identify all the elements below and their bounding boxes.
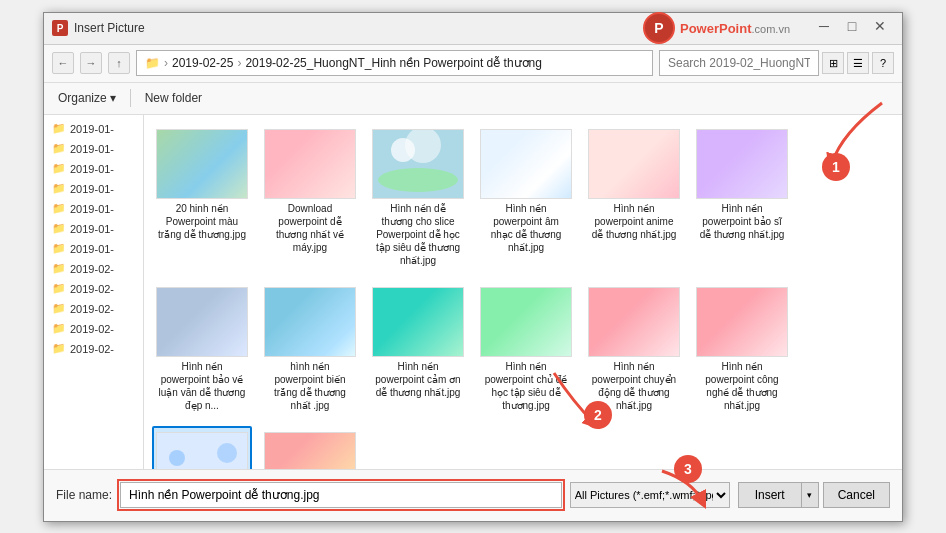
file-thumb-7 [264,287,356,357]
folder-icon-11: 📁 [52,342,66,355]
search-input[interactable] [659,50,819,76]
file-name-3: Hình nền powerpoint âm nhạc dễ thương nh… [482,202,570,254]
file-item-0[interactable]: 20 hinh nền Powerpoint màu trắng dễ thươ… [152,123,252,273]
insert-picture-dialog: P Insert Picture P PowerPoint.com.vn ─ □… [43,12,903,522]
file-name-4: Hình nền powerpoint anime dễ thương nhất… [590,202,678,241]
folder-icon-2: 📁 [52,162,66,175]
title-bar: P Insert Picture P PowerPoint.com.vn ─ □… [44,13,902,45]
sidebar-item-7[interactable]: 📁 2019-02- [44,259,143,279]
view-grid-button[interactable]: ⊞ [822,52,844,74]
folder-icon-1: 📁 [52,142,66,155]
title-bar-left: P Insert Picture [52,20,145,36]
file-item-11[interactable]: Hình nền powerpoint công nghề dễ thương … [692,281,792,418]
file-thumb-6 [156,287,248,357]
title-controls: P PowerPoint.com.vn ─ □ ✕ [643,12,894,44]
file-thumb-11 [696,287,788,357]
file-thumb-5 [696,129,788,199]
insert-dropdown-button[interactable]: ▾ [801,482,819,508]
file-name-7: hình nền powerpoint biến trắng dễ thương… [266,360,354,412]
file-item-1[interactable]: Download powerpoint dễ thương nhất về má… [260,123,360,273]
file-name-6: Hình nền powerpoint bảo về luận văn dễ t… [158,360,246,412]
file-name-9: Hình nền powerpoint chủ đề học tập siêu … [482,360,570,412]
file-item-6[interactable]: Hình nền powerpoint bảo về luận văn dễ t… [152,281,252,418]
sidebar-item-9[interactable]: 📁 2019-02- [44,299,143,319]
folder-icon-5: 📁 [52,222,66,235]
file-name-label: File name: [56,488,112,502]
file-thumb-12 [156,432,248,469]
sidebar-item-0[interactable]: 📁 2019-01- [44,119,143,139]
sidebar-item-4[interactable]: 📁 2019-01- [44,199,143,219]
sidebar: 📁 2019-01- 📁 2019-01- 📁 2019-01- 📁 2019-… [44,115,144,469]
insert-button[interactable]: Insert [738,482,801,508]
breadcrumb-part2: 2019-02-25_HuongNT_Hinh nền Powerpoint d… [245,56,542,70]
organize-label: Organize [58,91,107,105]
file-name-0: 20 hinh nền Powerpoint màu trắng dễ thươ… [158,202,246,241]
file-item-7[interactable]: hình nền powerpoint biến trắng dễ thương… [260,281,360,418]
main-area: 📁 2019-01- 📁 2019-01- 📁 2019-01- 📁 2019-… [44,115,902,469]
folder-icon-6: 📁 [52,242,66,255]
action-buttons: Insert ▾ Cancel [738,482,890,508]
file-item-3[interactable]: Hình nền powerpoint âm nhạc dễ thương nh… [476,123,576,273]
view-controls: ⊞ ☰ ? [659,50,894,76]
dialog-title: Insert Picture [74,21,145,35]
up-button[interactable]: ↑ [108,52,130,74]
sidebar-item-2[interactable]: 📁 2019-01- [44,159,143,179]
folder-icon-8: 📁 [52,282,66,295]
file-type-select[interactable]: All Pictures (*.emf;*.wmf;*.jpg;* [570,482,730,508]
svg-point-6 [217,443,237,463]
logo-icon: P [643,12,675,44]
sidebar-item-6[interactable]: 📁 2019-01- [44,239,143,259]
sidebar-item-3[interactable]: 📁 2019-01- [44,179,143,199]
folder-icon-10: 📁 [52,322,66,335]
forward-button[interactable]: → [80,52,102,74]
folder-icon-0: 📁 [52,122,66,135]
file-thumb-9 [480,287,572,357]
organize-button[interactable]: Organize ▾ [52,89,122,107]
minimize-button[interactable]: ─ [810,12,838,40]
new-folder-button[interactable]: New folder [139,89,208,107]
file-item-10[interactable]: Hình nền powerpoint chuyển động dễ thươn… [584,281,684,418]
file-name-10: Hình nền powerpoint chuyển động dễ thươn… [590,360,678,412]
file-name-2: Hình nền dễ thương cho slice Powerpoint … [374,202,462,267]
folder-icon: 📁 [145,56,160,70]
file-item-12[interactable]: Hình nền Powerpoint dễ thương.jpg [152,426,252,469]
folder-icon-3: 📁 [52,182,66,195]
file-item-13[interactable]: Hình nền powerpoint đẹp và đơn giản.jpg [260,426,360,469]
sidebar-item-11[interactable]: 📁 2019-02- [44,339,143,359]
file-item-9[interactable]: Hình nền powerpoint chủ đề học tập siêu … [476,281,576,418]
file-thumb-4 [588,129,680,199]
folder-icon-7: 📁 [52,262,66,275]
address-path[interactable]: 📁 › 2019-02-25 › 2019-02-25_HuongNT_Hinh… [136,50,653,76]
file-name-8: Hình nền powerpoint cảm ơn dễ thương nhấ… [374,360,462,399]
file-thumb-0 [156,129,248,199]
sidebar-item-8[interactable]: 📁 2019-02- [44,279,143,299]
address-bar: ← → ↑ 📁 › 2019-02-25 › 2019-02-25_HuongN… [44,45,902,83]
file-thumb-2 [372,129,464,199]
file-item-2[interactable]: Hình nền dễ thương cho slice Powerpoint … [368,123,468,273]
breadcrumb-part1: 2019-02-25 [172,56,233,70]
view-list-button[interactable]: ☰ [847,52,869,74]
file-item-5[interactable]: Hình nền powerpoint bảo sĩ dễ thương nhấ… [692,123,792,273]
file-grid: 20 hinh nền Powerpoint màu trắng dễ thươ… [144,115,902,469]
help-button[interactable]: ? [872,52,894,74]
organize-dropdown-icon: ▾ [110,91,116,105]
svg-point-1 [378,168,458,192]
logo-text: PowerPoint.com.vn [680,19,790,37]
file-thumb-1 [264,129,356,199]
file-item-8[interactable]: Hình nền powerpoint cảm ơn dễ thương nhấ… [368,281,468,418]
sidebar-item-1[interactable]: 📁 2019-01- [44,139,143,159]
file-thumb-10 [588,287,680,357]
back-button[interactable]: ← [52,52,74,74]
sidebar-item-5[interactable]: 📁 2019-01- [44,219,143,239]
file-item-4[interactable]: Hình nền powerpoint anime dễ thương nhất… [584,123,684,273]
sidebar-item-10[interactable]: 📁 2019-02- [44,319,143,339]
file-name-input[interactable] [120,482,562,508]
file-name-11: Hình nền powerpoint công nghề dễ thương … [698,360,786,412]
file-name-5: Hình nền powerpoint bảo sĩ dễ thương nhấ… [698,202,786,241]
cancel-button[interactable]: Cancel [823,482,890,508]
svg-point-5 [169,450,185,466]
app-icon: P [52,20,68,36]
file-thumb-3 [480,129,572,199]
maximize-button[interactable]: □ [838,12,866,40]
close-button[interactable]: ✕ [866,12,894,40]
